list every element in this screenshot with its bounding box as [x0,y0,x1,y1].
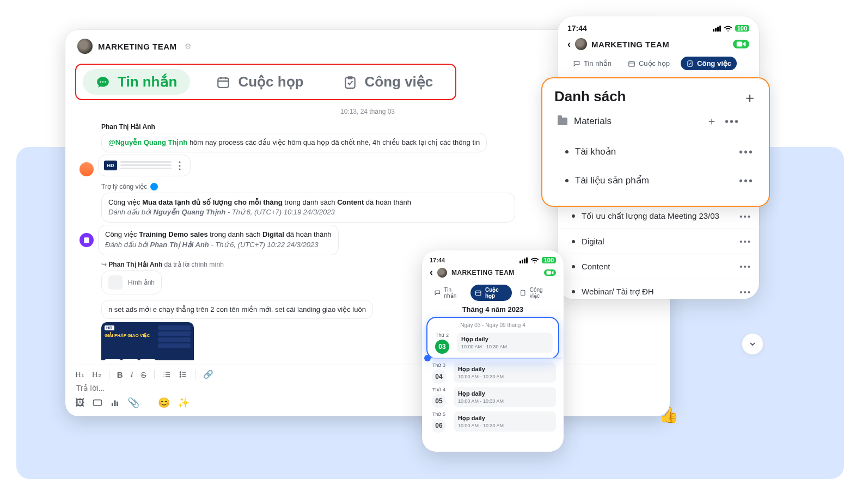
list-item[interactable]: Tối ưu chất lượng data Meeting 23/03••• [561,204,756,229]
mobile-tab-messages[interactable]: Tin nhắn [567,57,617,70]
task-list-rest: Tối ưu chất lượng data Meeting 23/03••• … [555,200,761,308]
video-call-button[interactable] [544,269,556,276]
list-item[interactable]: Tài khoản ••• [554,137,757,166]
list-bullet-icon[interactable] [179,370,187,379]
team-avatar [437,268,447,278]
calendar-icon [475,289,482,297]
tab-meetings[interactable]: Cuộc họp [203,69,316,95]
link-icon[interactable]: 🔗 [203,370,213,379]
kebab-icon[interactable]: ⋮ [175,159,185,171]
banner-image[interactable]: HD GIẢI PHÁP GIAO VIỆC [101,322,194,360]
wifi-icon [530,257,539,263]
clipboard-check-icon [519,289,527,297]
reply-ref-name: Phan Thị Hải Anh [108,261,162,268]
svg-rect-13 [737,42,743,47]
mention[interactable]: @Nguyễn Quang Thịnh [108,138,187,146]
day-cell[interactable]: Thứ 405 [430,387,448,408]
mobile-tab-tasks[interactable]: Công việc [515,285,556,301]
more-icon[interactable]: ••• [739,146,754,157]
back-icon[interactable]: ‹ [430,267,433,278]
svg-point-1 [102,81,104,83]
svg-rect-10 [112,403,113,406]
message-editor: H₁ H₂ B I S 🔗 🖼 📎 [75,365,660,409]
statusbar-time: 17:44 [567,24,587,33]
more-icon[interactable]: ••• [739,287,751,297]
video-call-button[interactable] [733,40,749,48]
svg-point-6 [180,372,181,373]
tab-tasks-label: Công việc [365,73,433,90]
message-bubble[interactable]: @Nguyễn Quang Thịnh hôm nay process các … [101,133,487,152]
h1-button[interactable]: H₁ [75,370,84,379]
poll-icon[interactable] [110,398,120,408]
tab-messages[interactable]: Tin nhắn [83,69,190,95]
day-cell[interactable]: Thứ 2 03 [433,333,451,354]
signal-icon [713,26,721,32]
event-card[interactable]: Họp daily10:00 AM - 10:30 AM [454,362,556,383]
add-list-button[interactable]: ＋ [743,88,757,107]
list-item[interactable]: Content••• [561,254,756,279]
event-card[interactable]: Họp daily10:00 AM - 10:30 AM [454,387,556,407]
battery-indicator: 100 [735,25,749,32]
more-icon[interactable]: ••• [739,237,751,246]
clipboard-check-icon [343,75,357,89]
image-placeholder-icon [108,275,123,290]
svg-point-7 [180,374,181,375]
week-range: Ngày 03 - Ngày 09 tháng 4 [433,322,553,328]
bullet-icon [565,150,569,153]
verified-dot-icon [150,183,158,190]
gear-icon[interactable]: ⚙ [185,42,192,51]
bold-button[interactable]: B [117,370,123,379]
list-item[interactable]: Webinar/ Tài trợ ĐH••• [561,279,756,304]
italic-button[interactable]: I [131,370,133,379]
assistant-label: Trợ lý công việc [101,183,147,190]
svg-rect-11 [114,401,116,407]
attach-icon[interactable]: 📎 [127,397,139,409]
list-item[interactable]: Digital••• [561,229,756,254]
mobile-tab-messages[interactable]: Tin nhắn [430,285,467,301]
tab-meetings-label: Cuộc họp [238,73,303,90]
add-item-button[interactable]: ＋ [706,114,717,128]
assistant-message: Công việc Mua data lạnh đủ số lượng cho … [101,193,515,223]
magic-icon[interactable]: ✨ [178,397,190,409]
day-cell[interactable]: Thứ 506 [430,411,448,433]
mobile-tab-meetings[interactable]: Cuộc họp [470,285,512,301]
attachment-card[interactable]: HD ⋮ [98,155,191,176]
strike-button[interactable]: S [141,370,146,379]
tabs-highlight-box: Tin nhắn Cuộc họp Công việc [75,64,456,100]
event-card[interactable]: Họp daily 10:00 AM - 10:30 AM [457,333,553,353]
mobile-tab-tasks[interactable]: Công việc [681,57,737,70]
svg-point-8 [180,376,181,377]
more-icon[interactable]: ••• [725,116,739,127]
reply-input[interactable] [75,379,660,397]
bullet-icon [565,179,569,182]
more-icon[interactable]: ••• [739,262,751,271]
emoji-icon[interactable]: 😊 [158,397,170,409]
svg-rect-16 [547,270,551,274]
slider-handle-icon[interactable] [424,355,431,361]
h2-button[interactable]: H₂ [92,370,101,379]
calendar-event-list: Thứ 304 Họp daily10:00 AM - 10:30 AM Thứ… [430,362,556,433]
day-cell[interactable]: Thứ 304 [430,362,448,384]
chevron-down-icon [748,340,757,348]
svg-point-2 [105,81,106,83]
hd-badge: HD [104,161,117,170]
back-icon[interactable]: ‹ [567,39,571,50]
folder-materials[interactable]: Materials ＋ ••• [554,105,743,137]
event-card[interactable]: Họp daily10:00 AM - 10:30 AM [454,411,556,432]
thumbs-up-reaction[interactable]: 👍 [659,406,678,424]
task-list-title: Danh sách [554,88,757,105]
list-ordered-icon[interactable] [162,370,171,379]
calendar-icon [216,75,230,89]
image-attachment-pill[interactable]: Hình ảnh [101,270,162,294]
more-icon[interactable]: ••• [739,212,751,221]
mobile-tab-meetings[interactable]: Cuộc họp [622,57,675,70]
tab-tasks[interactable]: Công việc [330,69,447,95]
image-icon[interactable]: 🖼 [75,397,85,409]
expand-toggle[interactable] [742,333,763,355]
more-icon[interactable]: ••• [739,175,754,186]
gif-icon[interactable] [93,398,102,408]
wifi-icon [724,25,732,32]
list-item[interactable]: Tài liệu sản phẩm ••• [554,166,757,195]
svg-rect-18 [521,290,525,295]
avatar [80,233,94,247]
